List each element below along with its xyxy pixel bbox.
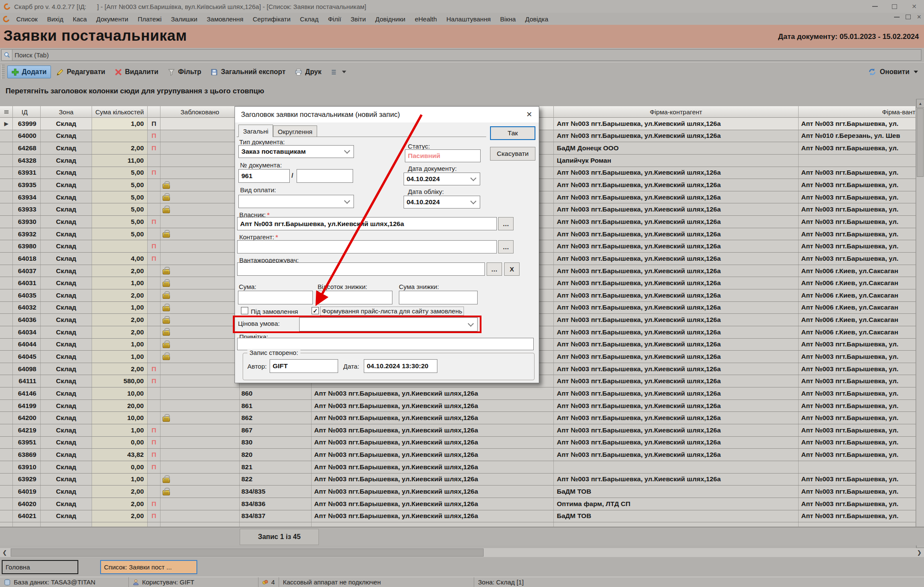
tab-rounding[interactable]: Округлення: [273, 125, 317, 137]
menu-item-16[interactable]: Довідка: [520, 14, 553, 24]
zone-status: Зона: Склад [1]: [474, 577, 528, 587]
menu-item-13[interactable]: eHealth: [410, 14, 442, 24]
tab-home[interactable]: Головна: [2, 560, 78, 574]
column-header-id[interactable]: ІД: [13, 106, 41, 118]
search-input[interactable]: Поиск (Tab): [1, 49, 921, 61]
column-header-zone[interactable]: Зона: [41, 106, 92, 118]
delete-button[interactable]: Видалити: [111, 66, 162, 78]
mdi-restore-icon[interactable]: [906, 15, 911, 19]
menu-item-14[interactable]: Налаштування: [442, 14, 496, 24]
doc-date-select[interactable]: 04.10.2024: [404, 173, 480, 185]
under-order-checkbox[interactable]: [241, 307, 248, 314]
table-row[interactable]: 64019 Склад 2,00 834/835 Апт №003 пгт.Ба…: [0, 486, 916, 498]
vertical-scrollbar-thumb[interactable]: [917, 108, 924, 177]
add-button[interactable]: Додати: [7, 66, 51, 78]
scroll-right-icon[interactable]: ❯: [915, 548, 924, 557]
edit-button[interactable]: Редагувати: [53, 66, 109, 78]
column-header-consignee[interactable]: Фірма-вант: [799, 106, 916, 118]
menu-item-11[interactable]: Звіти: [346, 14, 371, 24]
vertical-scrollbar[interactable]: ▲ ▼: [916, 99, 924, 548]
lock-icon: [163, 196, 170, 201]
discount-pct-input[interactable]: [317, 291, 392, 304]
cell-consignee-firm: Апт №003 пгт.Барышевка, ул.: [799, 253, 916, 265]
table-row[interactable]: 63910 Склад 0,00 П 821 Апт №003 пгт.Бары…: [0, 461, 916, 474]
refresh-button[interactable]: Оновити: [868, 68, 918, 76]
cell-id: 63869: [13, 449, 41, 461]
pay-type-select[interactable]: [238, 195, 354, 208]
cell-owner-firm: Апт №003 пгт.Барышевка, ул.Киевский шлях…: [312, 400, 554, 412]
table-row[interactable]: 64020 Склад 2,00 П 834/836 Апт №003 пгт.…: [0, 498, 916, 510]
cell-mark: [148, 339, 160, 351]
column-header-qty[interactable]: Сума кількостей: [92, 106, 148, 118]
ok-button[interactable]: Так: [490, 126, 535, 140]
row-marker-header[interactable]: [0, 106, 13, 118]
tab-general[interactable]: Загальні: [238, 125, 273, 137]
filter-button[interactable]: Фільтр: [164, 66, 205, 78]
menu-item-12[interactable]: Довідники: [371, 14, 410, 24]
cell-qty: 0,00: [92, 437, 148, 449]
restore-icon[interactable]: [885, 0, 904, 13]
group-by-area[interactable]: Перетягніть заголовок колонки сюди для у…: [0, 81, 924, 106]
mdi-close-icon[interactable]: ✕: [917, 14, 921, 20]
menu-item-3[interactable]: Каса: [68, 14, 92, 24]
scroll-up-icon[interactable]: ▲: [916, 99, 924, 108]
consignee-clear-button[interactable]: X: [504, 262, 520, 276]
menu-item-1[interactable]: Список: [12, 14, 42, 24]
view-options-button[interactable]: [327, 66, 350, 78]
menu-item-7[interactable]: Замовлення: [202, 14, 248, 24]
print-button[interactable]: Друк: [291, 66, 325, 78]
consignee-input[interactable]: [237, 262, 485, 276]
doc-no-input[interactable]: 961: [238, 169, 290, 183]
contragent-input[interactable]: [237, 240, 497, 253]
consignee-browse-button[interactable]: …: [487, 262, 502, 276]
table-row[interactable]: 64199 Склад 20,00 861 Апт №003 пгт.Барыш…: [0, 400, 916, 412]
close-icon[interactable]: ✕: [904, 0, 924, 13]
mdi-minimize-icon[interactable]: [894, 17, 900, 18]
table-row[interactable]: 64021 Склад 2,00 П 834/837 Апт №003 пгт.…: [0, 510, 916, 523]
toolbar-grip[interactable]: [1, 65, 5, 79]
note-input[interactable]: [237, 338, 534, 350]
author-input[interactable]: GIFT: [270, 359, 338, 373]
menu-item-9[interactable]: Склад: [295, 14, 323, 24]
pricelist-checkbox[interactable]: ✓: [312, 307, 319, 314]
menu-item-8[interactable]: Сертифікати: [248, 14, 295, 24]
menu-item-15[interactable]: Вікна: [496, 14, 521, 24]
contragent-browse-button[interactable]: …: [498, 240, 514, 253]
cancel-button[interactable]: Скасувати: [490, 147, 535, 161]
acc-date-select[interactable]: 04.10.2024: [404, 196, 480, 209]
table-row[interactable]: 64146 Склад 10,00 860 Апт №003 пгт.Барыш…: [0, 387, 916, 400]
menu-item-2[interactable]: Вихід: [42, 14, 68, 24]
dialog-close-icon[interactable]: ✕: [520, 107, 539, 122]
table-row[interactable]: 64219 Склад 1,00 П 867 Апт №003 пгт.Бары…: [0, 424, 916, 437]
owner-browse-button[interactable]: …: [498, 217, 514, 230]
table-row[interactable]: [0, 522, 916, 527]
menu-item-4[interactable]: Документи: [92, 14, 133, 24]
app-window: Скарб pro v. 4.0.2.77 [ІД: ] - [Апт №003…: [0, 0, 924, 587]
doc-no-suffix-input[interactable]: [297, 169, 353, 183]
search-icon[interactable]: [2, 50, 12, 60]
cell-mark: П: [148, 363, 160, 375]
export-button[interactable]: Загальний експорт: [207, 66, 289, 78]
minimize-icon[interactable]: [865, 0, 885, 13]
horizontal-scrollbar-thumb[interactable]: [11, 548, 484, 557]
created-date-input[interactable]: 04.10.2024 13:30:20: [364, 359, 437, 373]
menu-item-10[interactable]: Філії: [323, 14, 346, 24]
menu-item-6[interactable]: Залишки: [166, 14, 202, 24]
table-row[interactable]: 63929 Склад 1,00 822 Апт №003 пгт.Барыше…: [0, 474, 916, 486]
doc-type-select[interactable]: Заказ поставщикам: [238, 145, 354, 158]
menu-item-5[interactable]: Платежі: [133, 14, 166, 24]
tab-list-requests[interactable]: Список: Заявки пост ...: [100, 560, 197, 574]
scroll-left-icon[interactable]: ❮: [0, 548, 9, 557]
rows-icon: [4, 110, 9, 115]
discount-sum-input[interactable]: [399, 291, 478, 304]
horizontal-scrollbar[interactable]: ❮ ❯: [0, 548, 924, 557]
table-row[interactable]: 63951 Склад 0,00 П 830 Апт №003 пгт.Бары…: [0, 437, 916, 449]
owner-input[interactable]: Апт №003 пгт.Барышевка, ул.Киевский шлях…: [237, 217, 497, 230]
column-header-contragent[interactable]: Фірма-контрагент: [554, 106, 799, 118]
column-header-mark[interactable]: [148, 106, 160, 118]
pencil-icon: [56, 69, 64, 76]
table-row[interactable]: 63869 Склад 43,82 П 820 Апт №003 пгт.Бар…: [0, 449, 916, 461]
sum-input[interactable]: [238, 291, 313, 304]
column-header-blocked[interactable]: Заблоковано: [160, 106, 240, 118]
table-row[interactable]: 64200 Склад 10,00 862 Апт №003 пгт.Барыш…: [0, 412, 916, 424]
